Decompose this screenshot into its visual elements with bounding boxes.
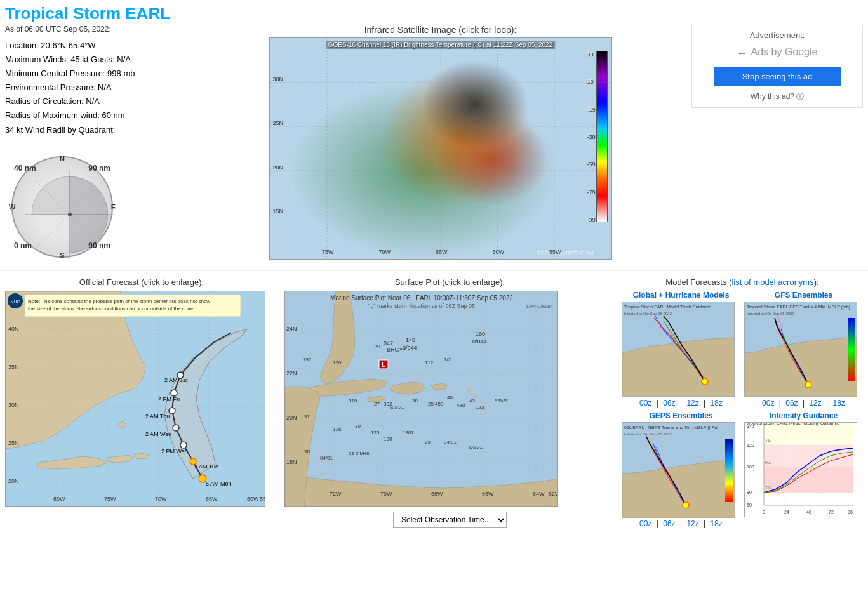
- geps-06z-link[interactable]: 06z: [663, 519, 675, 528]
- surface-plot-title[interactable]: Surface Plot (click to enlarge):: [284, 277, 615, 287]
- model-forecasts-title: Model Forecasts (list of model acronyms)…: [622, 277, 863, 287]
- satellite-title[interactable]: Infrared Satellite Image (click for loop…: [364, 25, 517, 35]
- stop-ad-button[interactable]: Stop seeing this ad: [714, 67, 841, 86]
- global-models-section: Global + Hurricane Models: [622, 291, 740, 408]
- geps-image[interactable]: 06L EARL - GEPS Tracks and Min. MSLP (hP…: [622, 422, 735, 517]
- geps-12z-link[interactable]: 12z: [686, 519, 698, 528]
- svg-text:29 450: 29 450: [428, 401, 444, 407]
- svg-text:70W: 70W: [155, 496, 167, 502]
- svg-text:2 PM Wed: 2 PM Wed: [161, 448, 188, 454]
- svg-text:480: 480: [457, 402, 465, 408]
- svg-point-45: [180, 442, 187, 448]
- svg-text:20N: 20N: [286, 414, 297, 421]
- intensity-title: Intensity Guidance: [744, 411, 863, 420]
- svg-text:18N: 18N: [286, 459, 297, 465]
- svg-text:60W: 60W: [492, 249, 504, 255]
- wind-nw: 40 nm: [14, 164, 36, 173]
- wind-west-label: W: [9, 203, 15, 211]
- svg-text:30: 30: [412, 398, 418, 404]
- global-06z-link[interactable]: 06z: [663, 399, 675, 408]
- ad-title: Advertisement:: [697, 30, 857, 40]
- svg-text:60W: 60W: [247, 496, 259, 502]
- gfs-12z-link[interactable]: 12z: [809, 399, 821, 408]
- svg-text:L: L: [382, 361, 385, 368]
- advertisement-panel: Advertisement: ← Ads by Google Stop seei…: [685, 25, 863, 264]
- global-12z-link[interactable]: 12z: [686, 399, 698, 408]
- wind-sw: 0 nm: [14, 241, 32, 250]
- svg-text:29: 29: [425, 439, 431, 445]
- global-models-image[interactable]: Tropical Storm EARL Model Track Guidance…: [622, 302, 735, 397]
- svg-text:Tropical Storm EARL GFS Tracks: Tropical Storm EARL GFS Tracks & Min. MS…: [747, 305, 850, 310]
- svg-text:24N: 24N: [286, 326, 297, 332]
- svg-text:Initiated at 06z Sep 05 2022: Initiated at 06z Sep 05 2022: [624, 312, 672, 315]
- svg-text:55W: 55W: [549, 249, 561, 255]
- svg-text:35N: 35N: [8, 364, 19, 370]
- svg-text:65W: 65W: [436, 249, 448, 255]
- surface-map[interactable]: 24N 22N 20N 18N 72W 70W 68W 66W 64W 62W …: [284, 291, 558, 507]
- svg-rect-62: [285, 291, 558, 507]
- svg-text:29 04/H9: 29 04/H9: [349, 451, 370, 456]
- gfs-00z-link[interactable]: 00z: [762, 399, 774, 408]
- gfs-18z-link[interactable]: 18z: [833, 399, 845, 408]
- svg-text:123: 123: [476, 404, 484, 410]
- svg-text:06L EARL - GEPS Tracks and Min: 06L EARL - GEPS Tracks and Min. MSLP (hP…: [624, 425, 718, 430]
- svg-text:047: 047: [384, 340, 393, 347]
- svg-text:0: 0: [763, 510, 765, 514]
- svg-point-46: [173, 425, 179, 431]
- svg-text:27: 27: [374, 401, 380, 407]
- model-forecasts-panel: Model Forecasts (list of model acronyms)…: [622, 277, 863, 528]
- svg-text:0/044: 0/044: [403, 345, 417, 351]
- svg-text:120: 120: [747, 443, 754, 448]
- svg-text:B/SV1: B/SV1: [390, 404, 404, 410]
- svg-text:40: 40: [447, 395, 453, 401]
- svg-text:15N: 15N: [272, 208, 283, 215]
- ad-back-button[interactable]: ←: [737, 48, 747, 59]
- svg-text:Initiated at 06z Sep 05 2022: Initiated at 06z Sep 05 2022: [624, 432, 672, 436]
- official-forecast-panel: Official Forecast (click to enlarge):: [5, 277, 278, 528]
- svg-text:80W: 80W: [53, 496, 65, 502]
- svg-text:0/044: 0/044: [472, 338, 487, 345]
- wind-ne: 90 nm: [88, 164, 110, 173]
- svg-text:70W: 70W: [380, 491, 392, 497]
- svg-text:72: 72: [829, 510, 834, 514]
- wind-south-label: S: [60, 251, 64, 259]
- global-18z-link[interactable]: 18z: [711, 399, 723, 408]
- svg-text:5/5V1: 5/5V1: [495, 398, 508, 404]
- observation-time-select[interactable]: Select Observation Time...: [393, 512, 507, 528]
- gfs-06z-link[interactable]: 06z: [785, 399, 798, 408]
- svg-text:31: 31: [304, 414, 310, 420]
- svg-point-126: [702, 378, 708, 385]
- geps-00z-link[interactable]: 00z: [639, 519, 651, 528]
- svg-text:125: 125: [371, 430, 380, 435]
- svg-text:72W: 72W: [330, 491, 342, 497]
- svg-text:116: 116: [333, 427, 342, 432]
- svg-text:Marine Surface Plot Near 06L E: Marine Surface Plot Near 06L EARL 10:00Z…: [330, 295, 513, 302]
- svg-rect-133: [848, 318, 855, 381]
- svg-text:5 AM Mon: 5 AM Mon: [206, 481, 232, 487]
- svg-text:Levi Cowan - tropicalbdbits.co: Levi Cowan - tropicalbdbits.com: [526, 303, 558, 309]
- gfs-image[interactable]: Tropical Storm EARL GFS Tracks & Min. MS…: [744, 302, 857, 397]
- svg-text:80: 80: [747, 490, 752, 494]
- location-info: Location: 20.6°N 65.4°W: [5, 39, 189, 53]
- svg-text:65W: 65W: [206, 496, 218, 502]
- global-models-title: Global + Hurricane Models: [622, 291, 740, 300]
- svg-text:60: 60: [747, 503, 752, 507]
- forecast-map[interactable]: 40N 35N 30N 25N 20N 80W 75W 70W 65W 60W …: [5, 291, 265, 507]
- svg-point-4: [68, 213, 72, 216]
- svg-text:2 AM Tue: 2 AM Tue: [194, 463, 218, 470]
- svg-text:1301: 1301: [403, 430, 414, 435]
- intensity-image[interactable]: TS H1 TD 140 120 100 80 60 0 24 48 72 96: [744, 422, 857, 517]
- svg-text:DSV1: DSV1: [469, 444, 483, 450]
- model-title-text: Model Forecasts (: [665, 277, 731, 287]
- satellite-image[interactable]: GOES-16 Channel 13 (IR) Brightness Tempe…: [269, 37, 612, 260]
- why-ad-label[interactable]: Why this ad? ⓘ: [697, 91, 857, 102]
- wind-radii-diagram: 40 nm 90 nm 0 nm 90 nm N S E W: [5, 150, 119, 264]
- svg-text:30: 30: [304, 449, 310, 454]
- svg-text:the size of the storm. Hazardo: the size of the storm. Hazardous conditi…: [28, 306, 194, 312]
- model-acronyms-link[interactable]: list of model acronyms: [731, 277, 813, 287]
- global-00z-link[interactable]: 00z: [639, 399, 651, 408]
- svg-text:43: 43: [469, 398, 475, 404]
- svg-rect-138: [725, 439, 733, 502]
- geps-18z-link[interactable]: 18z: [711, 519, 723, 528]
- forecast-panel-title[interactable]: Official Forecast (click to enlarge):: [5, 277, 278, 287]
